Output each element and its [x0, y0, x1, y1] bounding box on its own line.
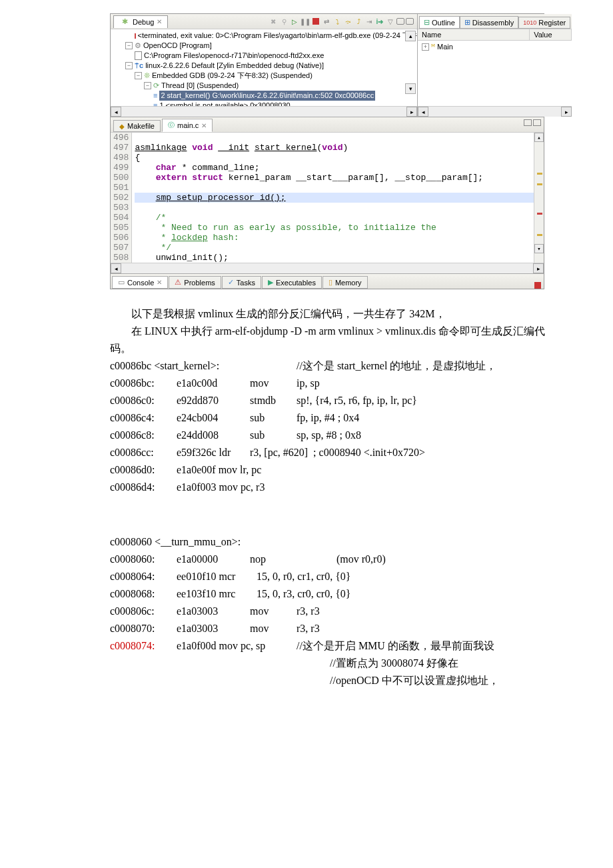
collapse-icon[interactable]: − [125, 62, 133, 69]
line-number: 508 [113, 253, 129, 263]
c-file-icon: ⓒ [168, 121, 175, 130]
minimize-icon[interactable] [396, 18, 404, 25]
minimize-icon[interactable] [524, 119, 532, 126]
collapse-icon[interactable]: − [125, 42, 133, 49]
scroll-right-icon[interactable]: ▸ [533, 263, 544, 273]
tab-label: main.c [177, 121, 199, 129]
tree-row[interactable]: −❊Embedded GDB (09-2-24 下午8:32) (Suspend… [116, 71, 417, 81]
tab-label: Outline [432, 19, 455, 27]
tree-label: Embedded GDB (09-2-24 下午8:32) (Suspended… [152, 71, 312, 81]
ruler-mark[interactable] [537, 183, 542, 185]
tree-row[interactable]: −⟳Thread [0] (Suspended) [116, 81, 417, 91]
registers-tab[interactable]: 1010Register [518, 17, 570, 29]
code-text[interactable]: asmlinkage void __init start_kernel(void… [132, 133, 534, 263]
line-number: 507 [113, 243, 129, 253]
editor-body[interactable]: 496 497 498 499 500 501 502 503 504 505 … [111, 133, 544, 263]
asm-operands: r3, r3 [297, 620, 593, 637]
hscrollbar[interactable]: ◂ ▸ [111, 106, 417, 117]
asm-addr: c0008070: [110, 620, 177, 637]
outline-hscrollbar[interactable]: ◂ ▸ [418, 106, 572, 117]
terminate-icon[interactable] [311, 17, 320, 26]
line-number: 501 [113, 183, 129, 193]
tab-label: Problems [184, 279, 215, 287]
ruler-mark[interactable] [537, 173, 542, 175]
column-header-name[interactable]: Name [418, 29, 530, 40]
scroll-right-icon[interactable]: ▸ [561, 107, 572, 117]
problems-tab[interactable]: ⚠Problems [169, 276, 221, 289]
scroll-left-icon[interactable]: ◂ [111, 263, 121, 273]
close-icon[interactable]: ✕ [201, 122, 207, 129]
terminate-icon[interactable] [534, 282, 541, 289]
ide-top-panes: ✱ Debug ✕ ✖ ⚲ ▷ ❚❚ ⇄ ⤵ ⤼ ⤴ ⇥ i➜ ▽ [111, 14, 544, 117]
maximize-icon[interactable] [533, 119, 541, 126]
collapse-icon[interactable]: − [144, 82, 151, 89]
outline-pane: ⊟Outline ⊞Disassembly 1010Register Name … [418, 14, 572, 117]
collapse-icon[interactable]: − [135, 72, 142, 79]
console-icon: ▭ [118, 278, 125, 287]
step-over-icon[interactable]: ⤼ [343, 17, 352, 26]
body-text: 以下是我根据 vmlinux 生成的部分反汇编代码，一共生存了 342M， 在 … [110, 305, 563, 357]
scroll-right-icon[interactable]: ▸ [406, 107, 417, 117]
outline-tab[interactable]: ⊟Outline [419, 16, 460, 29]
resume-icon[interactable]: ▷ [290, 17, 299, 26]
asm-hex: e1a00000 [177, 551, 250, 568]
disassembly-block-2: c0008060 <__turn_mmu_on>: c0008060:e1a00… [110, 533, 593, 689]
scroll-up-icon[interactable]: ▴ [405, 31, 416, 41]
scroll-left-icon[interactable]: ◂ [418, 107, 428, 117]
disassembly-tab[interactable]: ⊞Disassembly [460, 16, 518, 29]
scroll-left-icon[interactable]: ◂ [111, 107, 121, 117]
instruction-step-icon[interactable]: i➜ [375, 17, 384, 26]
tasks-tab[interactable]: ✓Tasks [222, 276, 261, 289]
ruler-mark[interactable] [537, 213, 542, 215]
ruler-mark[interactable] [537, 234, 542, 236]
tab-label: Tasks [237, 279, 255, 287]
editor-tab-makefile[interactable]: ◆Makefile [113, 120, 161, 132]
tree-row[interactable]: ≡2 start_kernel() G:\work\linux-2.6.22.6… [116, 91, 417, 101]
remove-terminated-icon[interactable]: ✖ [269, 17, 278, 26]
tree-row[interactable]: C:\Program Files\openocd-r717\bin\openoc… [116, 51, 417, 61]
step-return-icon[interactable]: ⤴ [354, 17, 363, 26]
asm-operands: r3, [pc, #620] ; c0008940 <.init+0x720> [250, 444, 593, 461]
outline-row[interactable]: +ᴹMain [422, 42, 568, 52]
line-number: 499 [113, 163, 129, 173]
expand-icon[interactable]: + [422, 43, 429, 51]
tree-label: Thread [0] (Suspended) [161, 81, 239, 91]
close-icon[interactable]: ✕ [157, 18, 162, 25]
debug-view-tab[interactable]: ✱ Debug ✕ [113, 15, 168, 28]
suspend-icon[interactable]: ❚❚ [301, 17, 310, 26]
memory-tab[interactable]: ▯Memory [322, 276, 368, 289]
console-tab[interactable]: ▭Console ✕ [112, 276, 168, 289]
line-number: 504 [113, 213, 129, 223]
overview-ruler[interactable]: ▴ ▾ [534, 133, 544, 263]
target-icon: ⍑c [135, 61, 143, 71]
column-header-value[interactable]: Value [530, 29, 572, 40]
makefile-icon: ◆ [119, 123, 125, 130]
step-into-icon[interactable]: ⤵ [332, 17, 342, 26]
close-icon[interactable]: ✕ [157, 279, 162, 286]
connect-icon[interactable]: ⚲ [279, 17, 289, 26]
thread-icon: ⟳ [153, 81, 159, 91]
editor-tab-mainc[interactable]: ⓒmain.c ✕ [162, 119, 213, 132]
view-menu-icon[interactable]: ▽ [386, 17, 395, 26]
asm-hex: e92dd870 [177, 392, 250, 409]
gear-icon: ⚙ [135, 41, 141, 51]
asm-addr: c00086c4: [110, 409, 177, 427]
asm-header: c0008060 <__turn_mmu_on>: [110, 533, 241, 551]
tree-row[interactable]: ≡1 <symbol is not available> 0x30008030 [116, 101, 417, 106]
scroll-up-icon[interactable]: ▴ [534, 133, 544, 142]
tree-row[interactable]: <terminated, exit value: 0>C:\Program Fi… [116, 31, 417, 41]
asm-addr: c0008060: [110, 551, 177, 568]
editor-hscrollbar[interactable]: ◂ ▸ [111, 263, 544, 273]
drop-frame-icon[interactable]: ⇥ [364, 17, 374, 26]
tab-label: Memory [335, 279, 362, 287]
asm-addr: c00086bc: [110, 375, 177, 392]
executables-tab[interactable]: ▶Executables [262, 276, 322, 289]
asm-operands: 15, 0, r3, cr0, cr0, {0} [257, 585, 593, 603]
tab-label: Register [538, 19, 566, 27]
tree-row[interactable]: −⚙OpenOCD [Program] [116, 41, 417, 51]
disconnect-icon[interactable]: ⇄ [322, 17, 331, 26]
maximize-icon[interactable] [406, 18, 414, 25]
scroll-down-icon[interactable]: ▾ [405, 83, 416, 94]
scroll-down-icon[interactable]: ▾ [534, 244, 544, 253]
tree-row[interactable]: −⍑clinux-2.6.22.6 Default [Zylin Embedde… [116, 61, 417, 71]
